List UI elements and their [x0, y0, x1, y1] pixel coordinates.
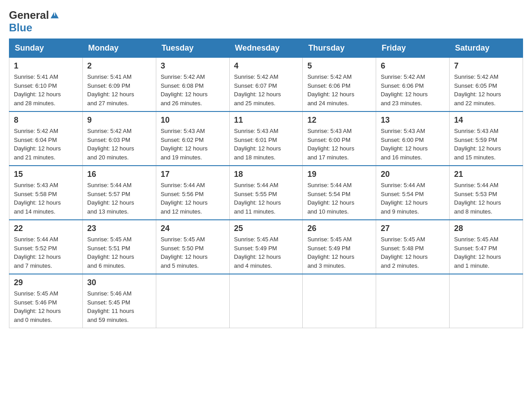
- day-number: 9: [87, 116, 151, 125]
- day-cell: 27 Sunrise: 5:45 AMSunset: 5:48 PMDaylig…: [376, 220, 450, 274]
- day-cell: 22 Sunrise: 5:44 AMSunset: 5:52 PMDaylig…: [9, 220, 83, 274]
- day-cell: 16 Sunrise: 5:44 AMSunset: 5:57 PMDaylig…: [82, 166, 156, 220]
- day-cell: 24 Sunrise: 5:45 AMSunset: 5:50 PMDaylig…: [156, 220, 229, 274]
- day-cell: [303, 274, 376, 328]
- col-header-wednesday: Wednesday: [229, 39, 303, 58]
- day-info: Sunrise: 5:44 AMSunset: 5:57 PMDaylight:…: [87, 181, 151, 216]
- day-number: 26: [307, 224, 371, 233]
- day-number: 6: [381, 61, 445, 71]
- day-cell: 1 Sunrise: 5:41 AMSunset: 6:10 PMDayligh…: [9, 58, 83, 112]
- day-number: 24: [161, 224, 225, 233]
- day-info: Sunrise: 5:43 AMSunset: 6:01 PMDaylight:…: [234, 127, 298, 162]
- day-number: 3: [161, 61, 225, 71]
- day-number: 30: [87, 278, 151, 287]
- day-cell: 11 Sunrise: 5:43 AMSunset: 6:01 PMDaylig…: [229, 111, 303, 166]
- day-info: Sunrise: 5:45 AMSunset: 5:49 PMDaylight:…: [234, 235, 298, 270]
- logo-icon: [50, 9, 60, 21]
- day-cell: [376, 274, 450, 328]
- col-header-tuesday: Tuesday: [156, 39, 229, 58]
- day-cell: 20 Sunrise: 5:44 AMSunset: 5:54 PMDaylig…: [376, 166, 450, 220]
- day-number: 16: [87, 170, 151, 179]
- day-info: Sunrise: 5:45 AMSunset: 5:48 PMDaylight:…: [381, 235, 445, 270]
- day-cell: [229, 274, 303, 328]
- day-cell: 12 Sunrise: 5:43 AMSunset: 6:00 PMDaylig…: [303, 111, 376, 166]
- day-info: Sunrise: 5:44 AMSunset: 5:52 PMDaylight:…: [14, 235, 78, 270]
- col-header-sunday: Sunday: [9, 39, 83, 58]
- day-info: Sunrise: 5:45 AMSunset: 5:50 PMDaylight:…: [161, 235, 225, 270]
- day-number: 23: [87, 224, 151, 233]
- day-info: Sunrise: 5:43 AMSunset: 6:02 PMDaylight:…: [161, 127, 225, 162]
- week-row-4: 22 Sunrise: 5:44 AMSunset: 5:52 PMDaylig…: [9, 220, 523, 274]
- day-info: Sunrise: 5:42 AMSunset: 6:07 PMDaylight:…: [234, 73, 298, 107]
- logo: General Blue: [9, 9, 60, 34]
- day-number: 2: [87, 61, 151, 71]
- day-number: 18: [234, 170, 298, 179]
- day-info: Sunrise: 5:42 AMSunset: 6:05 PMDaylight:…: [454, 73, 518, 107]
- header: General Blue: [9, 9, 523, 34]
- day-cell: 29 Sunrise: 5:45 AMSunset: 5:46 PMDaylig…: [9, 274, 83, 328]
- day-cell: 18 Sunrise: 5:44 AMSunset: 5:55 PMDaylig…: [229, 166, 303, 220]
- day-number: 27: [381, 224, 445, 233]
- day-cell: 10 Sunrise: 5:43 AMSunset: 6:02 PMDaylig…: [156, 111, 229, 166]
- day-number: 21: [454, 170, 518, 179]
- day-cell: [156, 274, 229, 328]
- day-info: Sunrise: 5:45 AMSunset: 5:46 PMDaylight:…: [14, 289, 78, 324]
- day-cell: 17 Sunrise: 5:44 AMSunset: 5:56 PMDaylig…: [156, 166, 229, 220]
- day-info: Sunrise: 5:45 AMSunset: 5:51 PMDaylight:…: [87, 235, 151, 270]
- day-number: 17: [161, 170, 225, 179]
- day-info: Sunrise: 5:44 AMSunset: 5:53 PMDaylight:…: [454, 181, 518, 216]
- day-cell: 9 Sunrise: 5:42 AMSunset: 6:03 PMDayligh…: [82, 111, 156, 166]
- day-number: 25: [234, 224, 298, 233]
- day-cell: 21 Sunrise: 5:44 AMSunset: 5:53 PMDaylig…: [450, 166, 523, 220]
- week-row-1: 1 Sunrise: 5:41 AMSunset: 6:10 PMDayligh…: [9, 58, 523, 112]
- day-cell: 28 Sunrise: 5:45 AMSunset: 5:47 PMDaylig…: [450, 220, 523, 274]
- day-info: Sunrise: 5:43 AMSunset: 6:00 PMDaylight:…: [381, 127, 445, 162]
- day-cell: 5 Sunrise: 5:42 AMSunset: 6:06 PMDayligh…: [303, 58, 376, 112]
- day-number: 8: [14, 116, 78, 125]
- week-row-5: 29 Sunrise: 5:45 AMSunset: 5:46 PMDaylig…: [9, 274, 523, 328]
- day-info: Sunrise: 5:46 AMSunset: 5:45 PMDaylight:…: [87, 289, 151, 324]
- day-info: Sunrise: 5:44 AMSunset: 5:54 PMDaylight:…: [307, 181, 371, 216]
- day-cell: 23 Sunrise: 5:45 AMSunset: 5:51 PMDaylig…: [82, 220, 156, 274]
- day-number: 7: [454, 61, 518, 71]
- day-number: 28: [454, 224, 518, 233]
- day-info: Sunrise: 5:44 AMSunset: 5:54 PMDaylight:…: [381, 181, 445, 216]
- day-info: Sunrise: 5:45 AMSunset: 5:49 PMDaylight:…: [307, 235, 371, 270]
- day-info: Sunrise: 5:42 AMSunset: 6:06 PMDaylight:…: [307, 73, 371, 107]
- day-number: 22: [14, 224, 78, 233]
- day-cell: 3 Sunrise: 5:42 AMSunset: 6:08 PMDayligh…: [156, 58, 229, 112]
- day-info: Sunrise: 5:42 AMSunset: 6:04 PMDaylight:…: [14, 127, 78, 162]
- day-info: Sunrise: 5:41 AMSunset: 6:09 PMDaylight:…: [87, 73, 151, 107]
- day-cell: 14 Sunrise: 5:43 AMSunset: 5:59 PMDaylig…: [450, 111, 523, 166]
- day-info: Sunrise: 5:43 AMSunset: 5:59 PMDaylight:…: [454, 127, 518, 162]
- day-number: 10: [161, 116, 225, 125]
- day-cell: 19 Sunrise: 5:44 AMSunset: 5:54 PMDaylig…: [303, 166, 376, 220]
- day-cell: 13 Sunrise: 5:43 AMSunset: 6:00 PMDaylig…: [376, 111, 450, 166]
- day-number: 4: [234, 61, 298, 71]
- day-info: Sunrise: 5:44 AMSunset: 5:56 PMDaylight:…: [161, 181, 225, 216]
- day-info: Sunrise: 5:43 AMSunset: 6:00 PMDaylight:…: [307, 127, 371, 162]
- day-cell: 8 Sunrise: 5:42 AMSunset: 6:04 PMDayligh…: [9, 111, 83, 166]
- day-number: 11: [234, 116, 298, 125]
- col-header-thursday: Thursday: [303, 39, 376, 58]
- day-info: Sunrise: 5:45 AMSunset: 5:47 PMDaylight:…: [454, 235, 518, 270]
- day-cell: 7 Sunrise: 5:42 AMSunset: 6:05 PMDayligh…: [450, 58, 523, 112]
- day-cell: 30 Sunrise: 5:46 AMSunset: 5:45 PMDaylig…: [82, 274, 156, 328]
- day-info: Sunrise: 5:44 AMSunset: 5:55 PMDaylight:…: [234, 181, 298, 216]
- calendar-header-row: SundayMondayTuesdayWednesdayThursdayFrid…: [9, 39, 523, 58]
- day-cell: 26 Sunrise: 5:45 AMSunset: 5:49 PMDaylig…: [303, 220, 376, 274]
- logo-general-text: General: [9, 9, 49, 21]
- week-row-2: 8 Sunrise: 5:42 AMSunset: 6:04 PMDayligh…: [9, 111, 523, 166]
- day-info: Sunrise: 5:42 AMSunset: 6:06 PMDaylight:…: [381, 73, 445, 107]
- day-number: 1: [14, 61, 78, 71]
- day-cell: 25 Sunrise: 5:45 AMSunset: 5:49 PMDaylig…: [229, 220, 303, 274]
- day-info: Sunrise: 5:42 AMSunset: 6:03 PMDaylight:…: [87, 127, 151, 162]
- day-cell: 15 Sunrise: 5:43 AMSunset: 5:58 PMDaylig…: [9, 166, 83, 220]
- day-cell: 4 Sunrise: 5:42 AMSunset: 6:07 PMDayligh…: [229, 58, 303, 112]
- week-row-3: 15 Sunrise: 5:43 AMSunset: 5:58 PMDaylig…: [9, 166, 523, 220]
- day-number: 13: [381, 116, 445, 125]
- day-number: 12: [307, 116, 371, 125]
- calendar-table: SundayMondayTuesdayWednesdayThursdayFrid…: [9, 39, 523, 328]
- day-number: 19: [307, 170, 371, 179]
- day-info: Sunrise: 5:42 AMSunset: 6:08 PMDaylight:…: [161, 73, 225, 107]
